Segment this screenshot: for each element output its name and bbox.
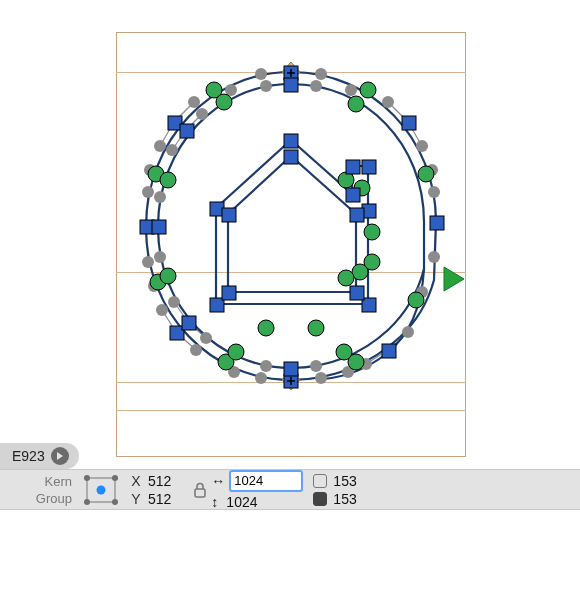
svg-point-84: [338, 270, 354, 286]
svg-rect-110: [222, 286, 236, 300]
glyph-canvas[interactable]: E923 Kern Group X 512: [0, 0, 580, 510]
svg-point-120: [112, 475, 118, 481]
x-label: X: [130, 473, 142, 489]
panel-labels: Kern Group: [0, 474, 76, 506]
svg-rect-95: [152, 220, 166, 234]
svg-point-53: [260, 360, 272, 372]
svg-point-73: [160, 172, 176, 188]
svg-point-42: [315, 372, 327, 384]
height-value[interactable]: 1024: [222, 494, 290, 510]
rsb-box-icon: [313, 492, 327, 506]
svg-point-30: [315, 68, 327, 80]
svg-point-50: [154, 251, 166, 263]
svg-rect-92: [382, 344, 396, 358]
transform-origin-widget[interactable]: [78, 472, 124, 508]
svg-point-71: [216, 94, 232, 110]
svg-rect-93: [284, 78, 298, 92]
svg-rect-109: [350, 286, 364, 300]
svg-point-56: [345, 84, 357, 96]
svg-point-78: [308, 320, 324, 336]
lsb-box-icon: [313, 474, 327, 488]
svg-rect-108: [350, 208, 364, 222]
svg-point-41: [255, 372, 267, 384]
svg-point-66: [418, 166, 434, 182]
svg-point-38: [428, 251, 440, 263]
unicode-value: E923: [12, 448, 45, 464]
svg-rect-99: [284, 134, 298, 148]
svg-point-121: [84, 499, 90, 505]
kern-label: Kern: [45, 474, 72, 489]
rsb-value[interactable]: 153: [333, 491, 356, 507]
metrics-panel: Kern Group X 512 Y 512: [0, 469, 580, 510]
svg-point-77: [258, 320, 274, 336]
x-value[interactable]: 512: [148, 473, 171, 489]
svg-point-33: [382, 96, 394, 108]
svg-point-32: [154, 140, 166, 152]
svg-rect-102: [362, 160, 376, 174]
svg-point-81: [364, 224, 380, 240]
svg-rect-97: [284, 362, 298, 376]
svg-rect-89: [430, 216, 444, 230]
unicode-chip[interactable]: E923: [0, 443, 79, 469]
width-arrow-icon: ↔: [211, 473, 225, 489]
svg-point-49: [154, 191, 166, 203]
svg-point-46: [310, 80, 322, 92]
svg-rect-101: [346, 160, 360, 174]
svg-point-70: [408, 292, 424, 308]
svg-rect-96: [182, 316, 196, 330]
svg-marker-26: [444, 267, 464, 291]
svg-point-51: [168, 296, 180, 308]
svg-point-75: [228, 344, 244, 360]
svg-rect-106: [222, 208, 236, 222]
y-label: Y: [130, 491, 142, 507]
lock-icon[interactable]: [193, 481, 207, 499]
svg-point-54: [310, 360, 322, 372]
y-value[interactable]: 512: [148, 491, 171, 507]
svg-point-122: [112, 499, 118, 505]
svg-point-34: [416, 140, 428, 152]
svg-point-52: [200, 332, 212, 344]
svg-point-37: [428, 186, 440, 198]
svg-point-74: [160, 268, 176, 284]
svg-point-64: [360, 82, 376, 98]
glyph-outline[interactable]: [116, 32, 466, 457]
height-arrow-icon: ↕: [211, 494, 218, 510]
lsb-value[interactable]: 153: [333, 473, 356, 489]
svg-point-39: [156, 304, 168, 316]
svg-point-72: [348, 96, 364, 112]
arrow-right-circle-icon: [51, 447, 69, 465]
svg-point-47: [196, 108, 208, 120]
svg-point-76: [336, 344, 352, 360]
svg-rect-87: [402, 116, 416, 130]
group-label: Group: [36, 491, 72, 506]
svg-rect-100: [346, 188, 360, 202]
svg-point-35: [142, 186, 154, 198]
svg-rect-107: [284, 150, 298, 164]
svg-point-44: [402, 326, 414, 338]
svg-point-45: [260, 80, 272, 92]
svg-point-29: [255, 68, 267, 80]
width-input[interactable]: [229, 470, 303, 492]
svg-point-48: [166, 144, 178, 156]
svg-point-31: [188, 96, 200, 108]
svg-rect-94: [180, 124, 194, 138]
glyph-bounding-box: [116, 32, 466, 457]
svg-point-36: [142, 256, 154, 268]
svg-point-123: [97, 485, 106, 494]
svg-point-40: [190, 344, 202, 356]
svg-point-119: [84, 475, 90, 481]
svg-rect-124: [195, 489, 205, 497]
